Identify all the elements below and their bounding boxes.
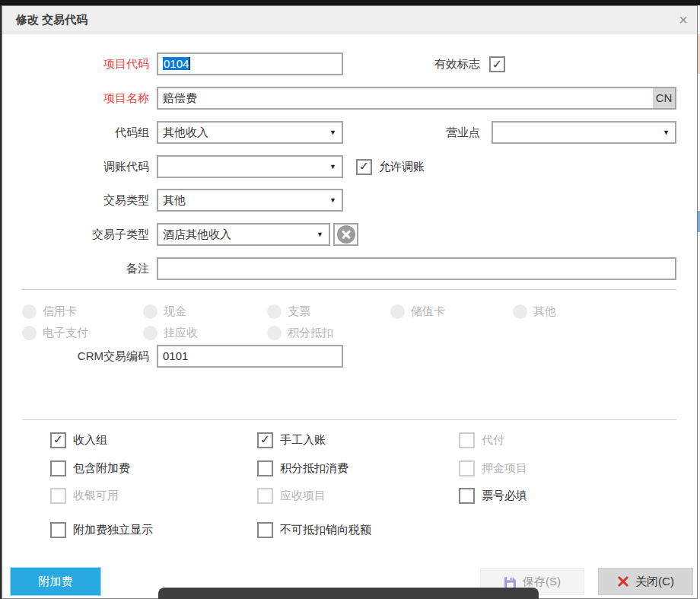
chevron-down-icon: ▼ (329, 190, 336, 210)
chevron-down-icon: ▼ (329, 123, 336, 142)
radio-icon (143, 326, 158, 340)
radio-label: 支票 (288, 304, 310, 319)
checkbox-receivable-item: 应收项目 (257, 487, 326, 504)
select-value: 酒店其他收入 (163, 228, 231, 241)
trans-type-select[interactable]: 其他▼ (157, 189, 343, 212)
checkbox-label: 积分抵扣消费 (280, 461, 348, 476)
crm-code-value: 0101 (163, 349, 188, 362)
chevron-down-icon: ▼ (317, 225, 323, 244)
checkbox-ticket-required[interactable]: 票号必填 (459, 487, 527, 504)
allow-adjust-label: 允许调账 (379, 160, 425, 174)
check-icon: ✓ (260, 434, 270, 446)
checkbox-surcharge-separate[interactable]: 附加费独立显示 (50, 521, 153, 538)
adjust-code-label: 调账代码 (2, 155, 149, 178)
dialog-title: 修改 交易代码 (16, 6, 88, 33)
radio-icon (267, 326, 282, 340)
checkbox-box (459, 432, 475, 448)
valid-flag-checkbox[interactable]: ✓ (489, 56, 505, 72)
background-window-bar (158, 588, 539, 599)
outlet-select[interactable]: ▼ (492, 121, 676, 144)
radio-icon (22, 326, 37, 340)
checkbox-label: 票号必填 (482, 489, 527, 503)
outlet-label: 营业点 (412, 121, 480, 144)
radio-icon (143, 304, 158, 319)
item-name-input[interactable]: 赔偿费 CN (157, 87, 676, 110)
clear-icon (337, 225, 355, 244)
checkbox-label: 应收项目 (280, 489, 326, 503)
checkbox-box (459, 460, 475, 476)
checkbox-deposit-item: 押金项目 (459, 460, 527, 476)
check-icon: ✓ (53, 434, 63, 446)
adjust-code-select[interactable]: ▼ (157, 155, 343, 178)
radio-other: 其他 (513, 304, 556, 320)
checkbox-pay-on-behalf: 代付 (459, 432, 504, 448)
language-cn-button[interactable]: CN (653, 88, 675, 108)
close-icon[interactable]: × (674, 11, 692, 29)
crm-code-input[interactable]: 0101 (157, 345, 343, 368)
checkbox-box[interactable]: ✓ (257, 432, 273, 448)
checkbox-label: 包含附加费 (73, 461, 130, 476)
remark-input[interactable] (157, 257, 676, 280)
item-name-label: 项目名称 (2, 87, 149, 110)
check-icon: ✓ (359, 161, 369, 173)
radio-points-deduct: 积分抵扣 (267, 325, 333, 341)
selected-text: 0104 (163, 57, 189, 70)
radio-icon (390, 304, 405, 319)
radio-label: 现金 (164, 304, 186, 319)
surcharge-button-label: 附加费 (39, 575, 73, 589)
text-caret (189, 57, 190, 70)
checkbox-include-surcharge[interactable]: 包含附加费 (50, 460, 130, 476)
divider (22, 419, 676, 420)
radio-icon (267, 304, 282, 319)
checkbox-label: 手工入账 (280, 433, 326, 448)
radio-label: 挂应收 (164, 326, 198, 340)
checkbox-label: 附加费独立显示 (73, 523, 153, 537)
checkbox-box[interactable]: ✓ (50, 432, 66, 448)
allow-adjust-checkbox[interactable]: ✓ 允许调账 (356, 158, 425, 175)
code-group-select[interactable]: 其他收入▼ (157, 121, 343, 144)
checkbox-label: 收银可用 (73, 489, 119, 503)
crm-code-label: CRM交易编码 (2, 345, 149, 368)
checkbox-label: 押金项目 (482, 461, 527, 476)
divider (22, 289, 676, 290)
item-code-input[interactable]: 0104 (157, 53, 343, 75)
dialog-titlebar: 修改 交易代码 × (2, 6, 697, 33)
surcharge-button[interactable]: 附加费 (10, 567, 101, 596)
checkbox-box[interactable]: ✓ (356, 159, 372, 175)
radio-icon (513, 304, 527, 319)
checkbox-box[interactable] (50, 522, 66, 538)
radio-label: 储值卡 (411, 304, 445, 319)
valid-flag-label: 有效标志 (412, 53, 480, 75)
radio-cheque: 支票 (267, 304, 310, 320)
save-button-label: 保存(S) (523, 575, 561, 589)
chevron-down-icon: ▼ (329, 157, 336, 177)
radio-icon (22, 304, 37, 319)
checkbox-label: 代付 (482, 433, 504, 448)
select-value: 其他收入 (163, 126, 208, 139)
radio-cash: 现金 (143, 304, 186, 320)
radio-on-account: 挂应收 (143, 325, 198, 341)
checkbox-box[interactable] (257, 522, 273, 538)
code-group-label: 代码组 (2, 121, 149, 144)
checkbox-income-group[interactable]: ✓收入组 (50, 432, 107, 448)
trans-subtype-select[interactable]: 酒店其他收入▼ (157, 223, 330, 246)
clear-subtype-button[interactable] (333, 223, 358, 246)
radio-label: 积分抵扣 (288, 326, 333, 340)
save-icon (504, 575, 517, 588)
close-button[interactable]: 关闭(C) (598, 568, 693, 595)
select-value: 其他 (163, 193, 186, 206)
trans-type-label: 交易类型 (2, 189, 149, 212)
radio-label: 电子支付 (43, 326, 88, 340)
checkbox-manual-entry[interactable]: ✓手工入账 (257, 432, 326, 448)
checkbox-points-deduct-spend[interactable]: 积分抵扣消费 (257, 460, 348, 476)
checkbox-box[interactable] (50, 460, 66, 476)
radio-label: 其他 (533, 304, 556, 319)
close-x-icon (617, 575, 629, 588)
check-icon: ✓ (492, 59, 502, 71)
radio-e-payment: 电子支付 (22, 325, 88, 341)
checkbox-box[interactable] (459, 488, 475, 504)
close-button-label: 关闭(C) (635, 575, 674, 589)
radio-credit-card: 信用卡 (22, 304, 77, 320)
checkbox-non-deductible-tax[interactable]: 不可抵扣销向税额 (257, 521, 371, 538)
checkbox-box[interactable] (257, 460, 273, 476)
